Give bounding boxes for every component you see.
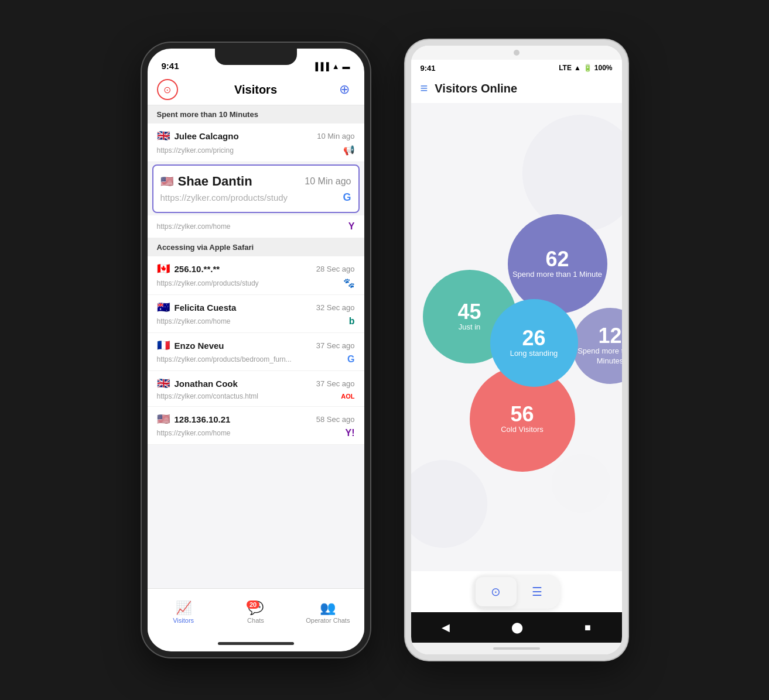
- highlighted-row-top: 🇺🇸 Shae Dantin 10 Min ago: [160, 174, 351, 189]
- android-camera-dot: [514, 50, 519, 56]
- visitor-row[interactable]: 🇬🇧 Julee Calcagno 10 Min ago https://zyl…: [148, 123, 364, 162]
- bubble-spend-1-min-number: 62: [545, 249, 569, 270]
- visitor-name-1: 🇦🇺 Felicita Cuesta: [157, 301, 237, 314]
- google-icon-2: G: [347, 354, 354, 365]
- android-content: 45 Just in 62 Spend more than 1 Minute 2…: [411, 103, 622, 571]
- extra-url-row[interactable]: https://zylker.com/home Y: [148, 215, 364, 238]
- home-bar: [218, 642, 294, 645]
- url-row-0: https://zylker.com/products/study 🐾: [157, 277, 355, 289]
- battery-icon: ▬: [343, 62, 350, 71]
- highlighted-visitor-row[interactable]: 🇺🇸 Shae Dantin 10 Min ago https://zylker…: [152, 164, 360, 213]
- visitor-url-row: https://zylker.com/pricing 📢: [157, 145, 355, 156]
- visitor-name-4: 🇺🇸 128.136.10.21: [157, 413, 231, 426]
- paw-icon: 🐾: [343, 277, 355, 289]
- visitor-time: 10 Min ago: [317, 132, 354, 140]
- bubble-spend-3-min[interactable]: 12 Spend more than 3 Minutes: [572, 308, 622, 384]
- yahoo-icon: Y: [348, 221, 355, 232]
- visitors-tab-label: Visitors: [173, 617, 194, 624]
- visitor-row-top: 🇬🇧 Julee Calcagno 10 Min ago: [157, 129, 355, 142]
- section-header-2: Accessing via Apple Safari: [148, 238, 364, 256]
- bubble-just-in-number: 45: [457, 301, 481, 322]
- action-search-btn[interactable]: ⊙: [476, 577, 517, 606]
- bubble-long-standing[interactable]: 26 Long standing: [490, 299, 578, 387]
- chats-badge: 20: [247, 601, 259, 609]
- visitor-name: 🇬🇧 Julee Calcagno: [157, 129, 239, 142]
- flag-icon: 🇬🇧: [157, 129, 170, 142]
- tab-visitors[interactable]: 📈 Visitors: [148, 601, 220, 624]
- url-row-2: https://zylker.com/products/bedroom_furn…: [157, 354, 355, 365]
- highlighted-visitor-time: 10 Min ago: [305, 176, 351, 187]
- row-top-2: 🇫🇷 Enzo Neveu 37 Sec ago: [157, 339, 355, 352]
- app-logo[interactable]: ⊙: [157, 79, 178, 100]
- battery-percent: 100%: [594, 64, 613, 72]
- chats-tab-label: Chats: [247, 617, 264, 624]
- bubble-long-standing-number: 26: [522, 328, 545, 349]
- operator-chats-tab-label: Operator Chats: [306, 617, 350, 624]
- extra-url-text: https://zylker.com/home: [157, 222, 231, 231]
- back-button[interactable]: ◀: [442, 621, 450, 634]
- android-nav-title: Visitors Online: [435, 82, 517, 95]
- highlighted-visitor-url: https://zylker.com/products/study: [160, 193, 288, 203]
- logo-icon: ⊙: [163, 84, 171, 95]
- url-row-4: https://zylker.com/home Y!: [157, 428, 355, 438]
- bubble-just-in-label: Just in: [454, 322, 486, 332]
- yahoo-icon-2: Y!: [346, 428, 355, 438]
- url-row-3: https://zylker.com/contactus.html AOL: [157, 392, 355, 400]
- bubble-spend-1-min[interactable]: 62 Spend more than 1 Minute: [508, 214, 607, 314]
- visitor-row-4[interactable]: 🇺🇸 128.136.10.21 58 Sec ago https://zylk…: [148, 407, 364, 445]
- signal-icon: ▐▐▐: [313, 62, 329, 71]
- nav-action-icon[interactable]: ⊕: [334, 79, 355, 100]
- operator-chats-tab-icon: 👥: [320, 601, 336, 616]
- ios-content: Spent more than 10 Minutes 🇬🇧 Julee Calc…: [148, 105, 364, 588]
- google-icon: G: [343, 191, 351, 204]
- visitor-name-0: 🇨🇦 256.10.**.**: [157, 262, 220, 275]
- search-action-icon: ⊙: [491, 585, 501, 599]
- recents-button[interactable]: ■: [585, 622, 591, 634]
- lte-icon: LTE: [559, 64, 572, 72]
- highlighted-flag-icon: 🇺🇸: [160, 175, 173, 188]
- bubble-container: 45 Just in 62 Spend more than 1 Minute 2…: [417, 185, 616, 489]
- visitors-tab-icon: 📈: [176, 601, 192, 616]
- signal-icon-android: ▲: [574, 64, 581, 72]
- visitor-name-2: 🇫🇷 Enzo Neveu: [157, 339, 224, 352]
- android-camera-bar: [411, 46, 622, 60]
- tab-chats[interactable]: 20 💬 Chats: [220, 601, 292, 624]
- bing-icon: b: [349, 316, 355, 327]
- home-button[interactable]: ⬤: [511, 621, 523, 634]
- phone-ios: 9:41 ▐▐▐ ▲ ▬ ⊙ Visitors ⊕ Spent more tha…: [142, 43, 370, 657]
- ios-notch: [215, 49, 297, 65]
- visitor-row-1[interactable]: 🇦🇺 Felicita Cuesta 32 Sec ago https://zy…: [148, 295, 364, 333]
- visitor-name-3: 🇬🇧 Jonathan Cook: [157, 377, 238, 390]
- hamburger-icon[interactable]: ≡: [421, 81, 428, 96]
- android-action-bar: ⊙ ☰: [411, 571, 622, 612]
- bubble-spend-3-min-label: Spend more than 3 Minutes: [572, 346, 622, 366]
- row-top-1: 🇦🇺 Felicita Cuesta 32 Sec ago: [157, 301, 355, 314]
- battery-icon-android: 🔋: [583, 64, 592, 72]
- row-top-0: 🇨🇦 256.10.**.** 28 Sec ago: [157, 262, 355, 275]
- section-1-label: Spent more than 10 Minutes: [157, 110, 258, 119]
- android-speaker-line: [493, 647, 540, 650]
- android-status-right: LTE ▲ 🔋 100%: [559, 64, 612, 72]
- section-2-label: Accessing via Apple Safari: [157, 243, 254, 252]
- row-top-3: 🇬🇧 Jonathan Cook 37 Sec ago: [157, 377, 355, 390]
- highlighted-visitor-name: 🇺🇸 Shae Dantin: [160, 174, 252, 189]
- android-nav-buttons: ◀ ⬤ ■: [411, 612, 622, 643]
- home-indicator: [148, 635, 364, 651]
- extra-url-content: https://zylker.com/home Y: [157, 221, 355, 232]
- section-header-1: Spent more than 10 Minutes: [148, 105, 364, 123]
- android-speaker-bar: [411, 643, 622, 654]
- highlighted-url-row: https://zylker.com/products/study G: [160, 191, 351, 204]
- bubble-cold-visitors-number: 56: [510, 404, 534, 425]
- visitor-row-3[interactable]: 🇬🇧 Jonathan Cook 37 Sec ago https://zylk…: [148, 371, 364, 407]
- wifi-icon: ▲: [332, 62, 340, 71]
- tab-operator-chats[interactable]: 👥 Operator Chats: [292, 601, 364, 624]
- bubble-cold-visitors-label: Cold Visitors: [496, 425, 548, 435]
- visitor-row-0[interactable]: 🇨🇦 256.10.**.** 28 Sec ago https://zylke…: [148, 256, 364, 295]
- action-list-btn[interactable]: ☰: [517, 577, 558, 606]
- referral-icon: 📢: [343, 145, 355, 156]
- ios-nav-title: Visitors: [234, 83, 277, 97]
- android-time: 9:41: [421, 64, 436, 73]
- bubble-spend-3-min-number: 12: [598, 325, 621, 346]
- list-action-icon: ☰: [532, 585, 542, 599]
- visitor-row-2[interactable]: 🇫🇷 Enzo Neveu 37 Sec ago https://zylker.…: [148, 333, 364, 371]
